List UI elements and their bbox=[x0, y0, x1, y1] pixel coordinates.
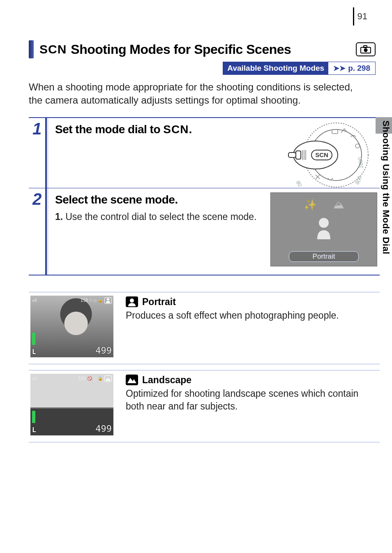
mode-dial-illustration: SCN 80 bbox=[270, 122, 377, 190]
thumb-mode-icon bbox=[104, 375, 112, 382]
substep-number: 1. bbox=[55, 211, 63, 223]
scene-modes-list: ±0 ISO ⚡ ▢ 🔒 L 499 bbox=[29, 292, 380, 442]
page-number: 91 bbox=[357, 11, 367, 22]
available-modes-bar: Available Shooting Modes ➤➤ p. 298 bbox=[29, 62, 380, 75]
landscape-icon bbox=[126, 375, 138, 385]
landscape-thumbnail: ±0 ISO 🚫 ▢ 🔒 L 499 bbox=[30, 374, 113, 435]
page-number-wrap: 91 bbox=[353, 7, 367, 25]
thumb-mode-icon bbox=[104, 297, 112, 304]
dial-center-label: SCN bbox=[315, 151, 328, 158]
steps-table: 1 Set the mode dial to SCN. bbox=[29, 117, 380, 275]
step-title-suffix: . bbox=[189, 123, 191, 136]
scn-glyph: SCN bbox=[39, 42, 67, 56]
svg-text:800: 800 bbox=[354, 175, 363, 185]
thumb-shot-count: 499 bbox=[95, 423, 112, 434]
portrait-icon bbox=[314, 215, 334, 240]
landscape-icon: ⛰ bbox=[333, 199, 344, 211]
svg-point-20 bbox=[319, 218, 329, 228]
scene-mode-row: ±0 ISO 🚫 ▢ 🔒 L 499 bbox=[29, 370, 380, 442]
scene-label-pill: Portrait bbox=[289, 251, 359, 262]
thumb-iso: ISO bbox=[81, 298, 88, 303]
thumb-exp: ±0 bbox=[32, 298, 37, 303]
scene-mode-row: ±0 ISO ⚡ ▢ 🔒 L 499 bbox=[29, 292, 380, 364]
mode-heading: Portrait bbox=[126, 296, 376, 308]
svg-text:80: 80 bbox=[295, 180, 303, 188]
svg-rect-1 bbox=[364, 46, 367, 48]
portrait-thumbnail: ±0 ISO ⚡ ▢ 🔒 L 499 bbox=[30, 296, 113, 357]
available-modes-label: Available Shooting Modes bbox=[223, 62, 328, 74]
thumb-iso: ISO bbox=[78, 376, 85, 381]
section-title: Shooting Modes for Specific Scenes bbox=[71, 42, 352, 57]
sport-icon: ✨ bbox=[304, 199, 317, 211]
thumb-shot-count: 499 bbox=[95, 345, 112, 356]
intro-paragraph: When a shooting mode appropriate for the… bbox=[29, 81, 380, 107]
chevron-right-icon: ➤➤ bbox=[333, 64, 346, 73]
svg-rect-24 bbox=[126, 375, 138, 385]
thumb-size-indicator: L bbox=[32, 348, 36, 356]
thumb-size-indicator: L bbox=[32, 426, 36, 434]
mode-description: Produces a soft effect when photographin… bbox=[126, 309, 376, 322]
step-row: 2 Select the scene mode. 1. Use the cont… bbox=[29, 188, 380, 275]
substep-text: Use the control dial to select the scene… bbox=[65, 211, 256, 223]
title-accent-bar bbox=[29, 40, 34, 58]
step-number: 2 bbox=[32, 191, 42, 207]
scene-selector-screen: ✨ ⛰ Portrait bbox=[270, 192, 377, 266]
section-title-row: SCN Shooting Modes for Specific Scenes bbox=[29, 40, 380, 58]
svg-rect-7 bbox=[296, 151, 301, 159]
mode-heading: Landscape bbox=[126, 375, 376, 386]
mode-name: Portrait bbox=[142, 296, 176, 308]
side-tab-label: Shooting Using the Mode Dial bbox=[380, 120, 391, 255]
thumb-exp: ±0 bbox=[32, 376, 37, 381]
step-gradient-bar bbox=[45, 118, 49, 188]
available-modes-link[interactable]: ➤➤ p. 298 bbox=[328, 62, 375, 74]
svg-rect-6 bbox=[288, 153, 296, 157]
step-title-prefix: Set the mode dial to bbox=[55, 123, 163, 136]
camera-icon bbox=[356, 42, 376, 56]
step-row: 1 Set the mode dial to SCN. bbox=[29, 118, 380, 188]
scene-arc-icons: ✨ ⛰ bbox=[271, 199, 377, 211]
svg-point-21 bbox=[107, 298, 109, 301]
svg-point-23 bbox=[130, 298, 134, 303]
mode-description: Optimized for shooting landscape scenes … bbox=[126, 387, 376, 413]
step-number: 1 bbox=[32, 120, 42, 137]
page-number-rule bbox=[353, 7, 354, 25]
available-modes-page-ref: p. 298 bbox=[348, 64, 370, 73]
svg-point-2 bbox=[364, 49, 368, 52]
scn-glyph-inline: SCN bbox=[163, 123, 189, 136]
step-gradient-bar bbox=[45, 188, 49, 275]
mode-name: Landscape bbox=[142, 375, 191, 386]
portrait-icon bbox=[126, 296, 138, 307]
